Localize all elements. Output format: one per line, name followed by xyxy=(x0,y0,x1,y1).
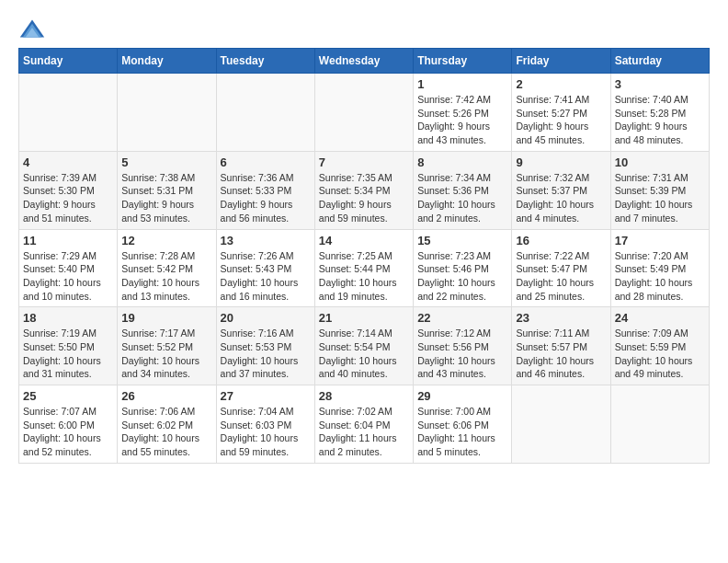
calendar-cell: 22Sunrise: 7:12 AM Sunset: 5:56 PM Dayli… xyxy=(414,307,512,385)
day-info: Sunrise: 7:39 AM Sunset: 5:30 PM Dayligh… xyxy=(23,171,113,225)
calendar-cell: 21Sunrise: 7:14 AM Sunset: 5:54 PM Dayli… xyxy=(314,307,413,385)
logo xyxy=(18,18,50,39)
calendar-cell: 28Sunrise: 7:02 AM Sunset: 6:04 PM Dayli… xyxy=(314,385,413,464)
weekday-header-saturday: Saturday xyxy=(610,49,709,74)
day-number: 28 xyxy=(319,389,409,403)
calendar-cell: 26Sunrise: 7:06 AM Sunset: 6:02 PM Dayli… xyxy=(118,385,216,464)
weekday-header-thursday: Thursday xyxy=(414,49,512,74)
calendar-cell: 2Sunrise: 7:41 AM Sunset: 5:27 PM Daylig… xyxy=(512,74,610,152)
day-number: 22 xyxy=(417,311,507,325)
weekday-header-tuesday: Tuesday xyxy=(216,49,314,74)
day-info: Sunrise: 7:38 AM Sunset: 5:31 PM Dayligh… xyxy=(121,171,211,225)
day-info: Sunrise: 7:16 AM Sunset: 5:53 PM Dayligh… xyxy=(221,327,311,381)
day-number: 1 xyxy=(417,77,507,91)
day-number: 3 xyxy=(615,77,705,91)
day-info: Sunrise: 7:19 AM Sunset: 5:50 PM Dayligh… xyxy=(23,327,113,381)
day-info: Sunrise: 7:06 AM Sunset: 6:02 PM Dayligh… xyxy=(121,405,211,459)
day-number: 16 xyxy=(516,234,606,247)
day-number: 25 xyxy=(23,389,113,403)
page-header xyxy=(18,18,710,39)
day-info: Sunrise: 7:36 AM Sunset: 5:33 PM Dayligh… xyxy=(221,171,311,225)
calendar-cell: 8Sunrise: 7:34 AM Sunset: 5:36 PM Daylig… xyxy=(414,151,512,229)
day-number: 24 xyxy=(615,311,705,325)
day-number: 15 xyxy=(417,234,507,247)
day-info: Sunrise: 7:17 AM Sunset: 5:52 PM Dayligh… xyxy=(121,327,211,381)
calendar-cell xyxy=(19,74,118,152)
day-number: 26 xyxy=(121,389,211,403)
day-number: 4 xyxy=(23,155,113,169)
calendar-cell: 15Sunrise: 7:23 AM Sunset: 5:46 PM Dayli… xyxy=(414,229,512,307)
calendar-cell: 29Sunrise: 7:00 AM Sunset: 6:06 PM Dayli… xyxy=(414,385,512,464)
calendar-cell: 24Sunrise: 7:09 AM Sunset: 5:59 PM Dayli… xyxy=(610,307,709,385)
day-number: 21 xyxy=(319,311,409,325)
calendar-cell xyxy=(118,74,216,152)
calendar-cell xyxy=(610,385,709,464)
day-info: Sunrise: 7:40 AM Sunset: 5:28 PM Dayligh… xyxy=(615,93,705,147)
day-info: Sunrise: 7:14 AM Sunset: 5:54 PM Dayligh… xyxy=(319,327,409,381)
day-number: 6 xyxy=(221,155,311,169)
day-info: Sunrise: 7:07 AM Sunset: 6:00 PM Dayligh… xyxy=(23,405,113,459)
calendar-cell: 18Sunrise: 7:19 AM Sunset: 5:50 PM Dayli… xyxy=(19,307,118,385)
day-number: 2 xyxy=(516,77,606,91)
logo-icon xyxy=(18,18,46,39)
calendar-cell xyxy=(512,385,610,464)
calendar-cell: 5Sunrise: 7:38 AM Sunset: 5:31 PM Daylig… xyxy=(118,151,216,229)
calendar-cell: 7Sunrise: 7:35 AM Sunset: 5:34 PM Daylig… xyxy=(314,151,413,229)
calendar-cell: 16Sunrise: 7:22 AM Sunset: 5:47 PM Dayli… xyxy=(512,229,610,307)
day-number: 10 xyxy=(615,155,705,169)
calendar-cell: 3Sunrise: 7:40 AM Sunset: 5:28 PM Daylig… xyxy=(610,74,709,152)
calendar-week-row: 25Sunrise: 7:07 AM Sunset: 6:00 PM Dayli… xyxy=(19,385,710,464)
calendar-week-row: 4Sunrise: 7:39 AM Sunset: 5:30 PM Daylig… xyxy=(19,151,710,229)
calendar-cell: 20Sunrise: 7:16 AM Sunset: 5:53 PM Dayli… xyxy=(216,307,314,385)
calendar-cell xyxy=(216,74,314,152)
day-info: Sunrise: 7:22 AM Sunset: 5:47 PM Dayligh… xyxy=(516,249,606,304)
day-number: 11 xyxy=(23,234,113,247)
day-info: Sunrise: 7:32 AM Sunset: 5:37 PM Dayligh… xyxy=(516,171,606,225)
day-number: 18 xyxy=(23,311,113,325)
calendar-cell: 19Sunrise: 7:17 AM Sunset: 5:52 PM Dayli… xyxy=(118,307,216,385)
day-number: 12 xyxy=(121,234,211,247)
day-number: 19 xyxy=(121,311,211,325)
day-number: 8 xyxy=(417,155,507,169)
day-info: Sunrise: 7:34 AM Sunset: 5:36 PM Dayligh… xyxy=(417,171,507,225)
day-info: Sunrise: 7:12 AM Sunset: 5:56 PM Dayligh… xyxy=(417,327,507,381)
day-info: Sunrise: 7:29 AM Sunset: 5:40 PM Dayligh… xyxy=(23,249,113,304)
calendar-cell: 1Sunrise: 7:42 AM Sunset: 5:26 PM Daylig… xyxy=(414,74,512,152)
calendar-header: SundayMondayTuesdayWednesdayThursdayFrid… xyxy=(19,49,710,74)
calendar-table: SundayMondayTuesdayWednesdayThursdayFrid… xyxy=(18,48,710,464)
day-info: Sunrise: 7:11 AM Sunset: 5:57 PM Dayligh… xyxy=(516,327,606,381)
calendar-cell: 10Sunrise: 7:31 AM Sunset: 5:39 PM Dayli… xyxy=(610,151,709,229)
day-number: 27 xyxy=(221,389,311,403)
day-number: 5 xyxy=(121,155,211,169)
weekday-header-friday: Friday xyxy=(512,49,610,74)
calendar-cell: 4Sunrise: 7:39 AM Sunset: 5:30 PM Daylig… xyxy=(19,151,118,229)
weekday-header-monday: Monday xyxy=(118,49,216,74)
weekday-header-row: SundayMondayTuesdayWednesdayThursdayFrid… xyxy=(19,49,710,74)
day-number: 23 xyxy=(516,311,606,325)
calendar-week-row: 1Sunrise: 7:42 AM Sunset: 5:26 PM Daylig… xyxy=(19,74,710,152)
day-number: 29 xyxy=(417,389,507,403)
calendar-cell: 25Sunrise: 7:07 AM Sunset: 6:00 PM Dayli… xyxy=(19,385,118,464)
calendar-cell: 6Sunrise: 7:36 AM Sunset: 5:33 PM Daylig… xyxy=(216,151,314,229)
day-info: Sunrise: 7:41 AM Sunset: 5:27 PM Dayligh… xyxy=(516,93,606,147)
weekday-header-sunday: Sunday xyxy=(19,49,118,74)
calendar-cell: 13Sunrise: 7:26 AM Sunset: 5:43 PM Dayli… xyxy=(216,229,314,307)
calendar-cell: 11Sunrise: 7:29 AM Sunset: 5:40 PM Dayli… xyxy=(19,229,118,307)
day-info: Sunrise: 7:35 AM Sunset: 5:34 PM Dayligh… xyxy=(319,171,409,225)
day-number: 13 xyxy=(221,234,311,247)
calendar-week-row: 11Sunrise: 7:29 AM Sunset: 5:40 PM Dayli… xyxy=(19,229,710,307)
day-info: Sunrise: 7:09 AM Sunset: 5:59 PM Dayligh… xyxy=(615,327,705,381)
day-number: 7 xyxy=(319,155,409,169)
day-info: Sunrise: 7:20 AM Sunset: 5:49 PM Dayligh… xyxy=(615,249,705,304)
calendar-cell: 17Sunrise: 7:20 AM Sunset: 5:49 PM Dayli… xyxy=(610,229,709,307)
calendar-body: 1Sunrise: 7:42 AM Sunset: 5:26 PM Daylig… xyxy=(19,74,710,464)
day-number: 14 xyxy=(319,234,409,247)
day-info: Sunrise: 7:02 AM Sunset: 6:04 PM Dayligh… xyxy=(319,405,409,459)
weekday-header-wednesday: Wednesday xyxy=(314,49,413,74)
calendar-cell xyxy=(314,74,413,152)
calendar-cell: 23Sunrise: 7:11 AM Sunset: 5:57 PM Dayli… xyxy=(512,307,610,385)
day-number: 9 xyxy=(516,155,606,169)
day-info: Sunrise: 7:28 AM Sunset: 5:42 PM Dayligh… xyxy=(121,249,211,304)
day-info: Sunrise: 7:23 AM Sunset: 5:46 PM Dayligh… xyxy=(417,249,507,304)
day-info: Sunrise: 7:04 AM Sunset: 6:03 PM Dayligh… xyxy=(221,405,311,459)
